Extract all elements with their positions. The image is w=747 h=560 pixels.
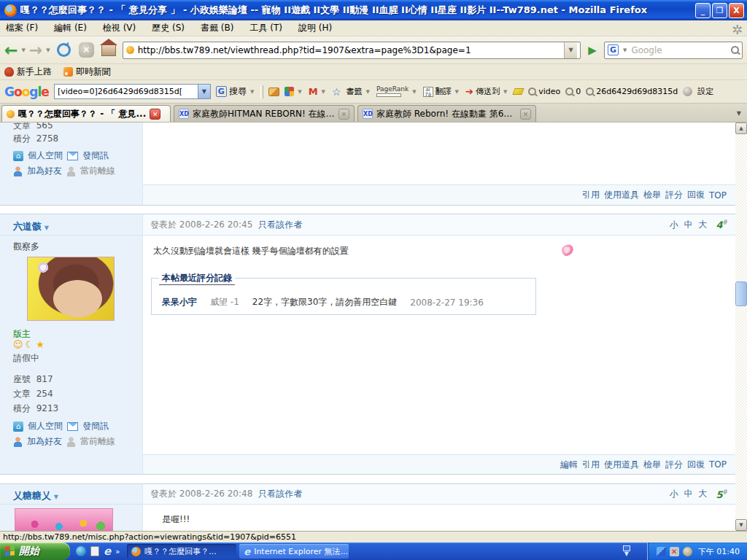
- tab-close-icon[interactable]: ✕: [150, 109, 160, 120]
- reply-link[interactable]: 回復: [687, 189, 705, 201]
- bookmark-getting-started[interactable]: 新手上路: [4, 66, 52, 78]
- author-dropdown-icon[interactable]: ▼: [54, 494, 58, 500]
- bookmark-latest-news[interactable]: 即時新聞: [63, 66, 111, 78]
- search-button-label[interactable]: 搜尋: [229, 85, 247, 98]
- tray-theme-icon[interactable]: [657, 547, 666, 556]
- tray-volume-icon[interactable]: [683, 547, 692, 556]
- bookmark-label[interactable]: 新手上路: [17, 66, 52, 78]
- url-history-dropdown[interactable]: ▼: [564, 42, 577, 58]
- find-word-label[interactable]: 26d6429d69d8315d: [596, 87, 678, 96]
- find-word-label[interactable]: 0: [576, 87, 581, 96]
- menu-history[interactable]: 歷史 (S): [152, 22, 185, 34]
- menu-help[interactable]: 說明 (H): [298, 22, 332, 34]
- menu-edit[interactable]: 編輯 (E): [54, 22, 87, 34]
- query-dropdown-icon[interactable]: ▼: [198, 85, 210, 98]
- author-dropdown-icon[interactable]: ▼: [44, 225, 49, 231]
- task-label[interactable]: Internet Explorer 無法...: [254, 546, 348, 557]
- font-size-links[interactable]: 小 中 大: [670, 488, 709, 500]
- settings-label[interactable]: 設定: [697, 86, 713, 97]
- document-icon[interactable]: [90, 546, 99, 556]
- highlighter-icon[interactable]: [513, 88, 525, 95]
- scrollbar-thumb[interactable]: [735, 281, 747, 306]
- report-link[interactable]: 檢舉: [643, 459, 661, 471]
- author-name[interactable]: 六道骸: [13, 221, 42, 232]
- pm-link[interactable]: 發簡訊: [82, 149, 109, 162]
- tab-label[interactable]: 嘎？？怎麼回事？？ - 「 意見...: [18, 108, 146, 120]
- pagerank-dropdown-icon[interactable]: ▼: [412, 89, 416, 95]
- restore-button[interactable]: ❐: [712, 3, 727, 18]
- home-button[interactable]: [101, 44, 116, 56]
- scroll-up-icon[interactable]: ▲: [735, 122, 747, 134]
- top-link[interactable]: TOP: [709, 459, 727, 470]
- quicklaunch-overflow-icon[interactable]: »: [115, 548, 120, 556]
- gbookmarks-label[interactable]: 書籤: [347, 86, 363, 97]
- pagerank-button[interactable]: PageRank ▼: [376, 86, 418, 97]
- props-link[interactable]: 使用道具: [604, 459, 639, 471]
- sendto-label[interactable]: 傳送到: [476, 86, 500, 97]
- quote-link[interactable]: 引用: [582, 189, 600, 201]
- tab-close-icon[interactable]: ✕: [520, 109, 531, 120]
- menu-file[interactable]: 檔案 (F): [6, 22, 38, 34]
- back-button[interactable]: ←: [4, 39, 18, 61]
- menu-bookmarks[interactable]: 書籤 (B): [201, 22, 233, 34]
- menu-tools[interactable]: 工具 (T): [249, 22, 282, 34]
- forward-dropdown-icon[interactable]: ▼: [46, 47, 50, 53]
- gbookmarks-button[interactable]: 書籤 ▼: [347, 86, 371, 97]
- go-button[interactable]: ▶: [583, 42, 602, 59]
- tab-close-icon[interactable]: ✕: [338, 109, 349, 120]
- address-bar[interactable]: http://bbs.tw789.net/viewthread.php?tid=…: [123, 42, 581, 59]
- tray-network-error-icon[interactable]: ✕: [670, 547, 679, 556]
- menu-view[interactable]: 檢視 (V): [103, 22, 136, 34]
- rate-link[interactable]: 評分: [665, 459, 683, 471]
- only-author-link[interactable]: 只看該作者: [258, 219, 302, 231]
- top-link[interactable]: TOP: [709, 190, 727, 201]
- profile-link[interactable]: 個人空間: [28, 420, 63, 432]
- start-label[interactable]: 開始: [19, 545, 39, 558]
- props-link[interactable]: 使用道具: [604, 189, 639, 201]
- globe-icon[interactable]: [76, 546, 86, 556]
- photos-icon[interactable]: [268, 88, 279, 96]
- profile-link[interactable]: 個人空間: [28, 149, 63, 162]
- stop-button[interactable]: ×: [79, 42, 94, 58]
- add-friend-link[interactable]: 加為好友: [27, 435, 62, 448]
- url-text[interactable]: http://bbs.tw789.net/viewthread.php?tid=…: [138, 45, 560, 55]
- tab-2[interactable]: XD 家庭教師HITMAN REBORN! 在線動... ✕: [174, 105, 355, 122]
- gbookmarks-dropdown-icon[interactable]: ▼: [366, 89, 370, 95]
- google-search-button[interactable]: G 搜尋 ▼: [216, 85, 255, 98]
- reload-button[interactable]: [57, 43, 71, 57]
- report-link[interactable]: 檢舉: [643, 189, 661, 201]
- minimize-button[interactable]: _: [695, 3, 711, 18]
- apps-dropdown-icon[interactable]: ▼: [298, 89, 301, 95]
- task-firefox[interactable]: 嘎？？怎麼回事？...: [127, 544, 236, 559]
- task-label[interactable]: 嘎？？怎麼回事？...: [144, 546, 217, 557]
- tab-label[interactable]: 家庭教師HITMAN REBORN! 在線動...: [193, 108, 335, 120]
- quote-link[interactable]: 引用: [582, 459, 600, 471]
- find-word-label[interactable]: video: [538, 87, 560, 96]
- translate-label[interactable]: 翻譯: [436, 86, 452, 97]
- translate-button[interactable]: aí7ä 翻譯 ▼: [423, 86, 460, 97]
- back-dropdown-icon[interactable]: ▼: [21, 47, 25, 53]
- flower-rate-icon[interactable]: [560, 243, 575, 257]
- google-query-text[interactable]: [video=0]26d6429d69d8315d[: [55, 87, 198, 96]
- rating-user[interactable]: 呆呆小宇: [162, 296, 197, 308]
- ie-quicklaunch-icon[interactable]: e: [104, 545, 111, 558]
- forward-button[interactable]: →: [29, 39, 42, 61]
- search-icon[interactable]: [731, 46, 739, 54]
- edit-link[interactable]: 編輯: [560, 459, 578, 471]
- search-dropdown-icon[interactable]: ▼: [250, 89, 254, 95]
- font-size-links[interactable]: 小 中 大: [670, 219, 709, 231]
- apps-button[interactable]: ▼: [285, 87, 303, 96]
- author-name[interactable]: 乂糖糖乂: [13, 490, 51, 501]
- google-search-input[interactable]: [video=0]26d6429d69d8315d[ ▼: [54, 84, 211, 99]
- close-button[interactable]: X: [729, 3, 744, 18]
- tab-1-active[interactable]: 嘎？？怎麼回事？？ - 「 意見... ✕: [1, 105, 171, 122]
- find-word-2[interactable]: 0: [565, 87, 581, 96]
- rate-link[interactable]: 評分: [665, 189, 683, 201]
- search-bar[interactable]: G ▼ Google: [604, 42, 743, 59]
- scroll-down-icon[interactable]: ▼: [735, 519, 747, 531]
- gmail-button[interactable]: M ▼: [309, 86, 327, 97]
- sendto-button[interactable]: ➔ 傳送到 ▼: [465, 86, 508, 97]
- task-ie[interactable]: e Internet Explorer 無法...: [239, 544, 349, 559]
- start-button[interactable]: 開始: [0, 542, 70, 560]
- reply-link[interactable]: 回復: [687, 459, 705, 471]
